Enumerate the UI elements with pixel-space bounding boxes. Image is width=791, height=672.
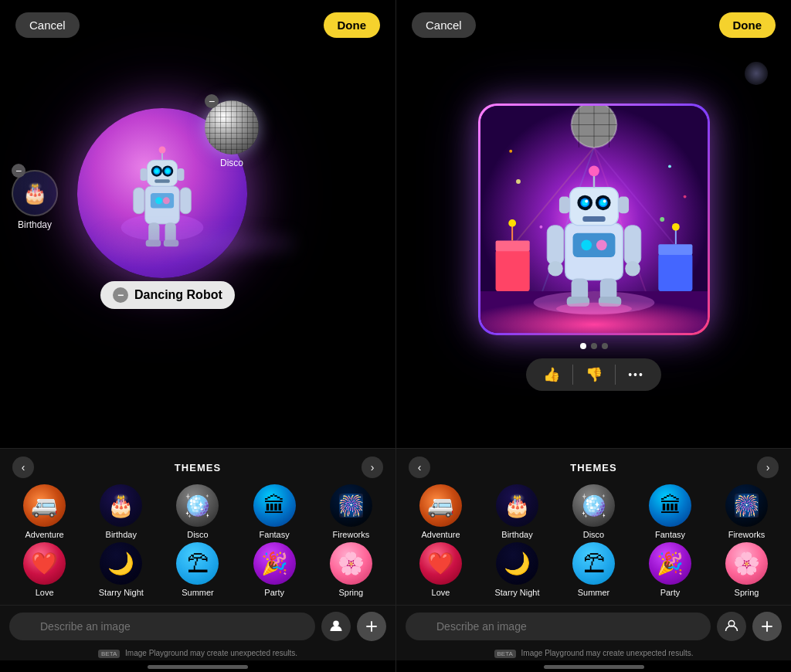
pagination-dots <box>580 343 608 349</box>
svg-point-81 <box>556 303 632 315</box>
theme-spring-right[interactable]: 🌸 Spring <box>716 542 778 597</box>
birthday-item[interactable]: 🎂 − Birthday <box>12 170 58 230</box>
theme-summer-label-left: Summer <box>182 588 214 597</box>
theme-starry-label-right: Starry Night <box>494 588 539 597</box>
svg-point-4 <box>163 197 170 204</box>
svg-point-52 <box>660 217 664 222</box>
right-bottom-bar: ✦ <box>396 605 791 647</box>
right-cancel-button[interactable]: Cancel <box>412 12 476 38</box>
svg-rect-18 <box>180 188 191 214</box>
pagination-dot-2 <box>591 343 597 349</box>
left-canvas-area: 🎂 − Birthday <box>0 0 396 448</box>
right-beta-badge: BETA <box>494 650 516 658</box>
theme-disco-left[interactable]: 🪩 Disco <box>167 484 229 539</box>
dislike-button[interactable]: 👎 <box>579 363 609 386</box>
right-image-area: 👍 👎 ••• <box>396 0 791 448</box>
left-bottom-bar: ✦ ✦ <box>0 605 396 647</box>
theme-fireworks-circle-left: 🎆 <box>330 484 372 527</box>
theme-summer-circle-left: ⛱ <box>176 542 219 585</box>
theme-starry-right[interactable]: 🌙 Starry Night <box>487 542 548 597</box>
right-beta-text: Image Playground may create unexpected r… <box>521 649 694 657</box>
feedback-divider-2 <box>615 365 616 385</box>
theme-fantasy-label-left: Fantasy <box>260 530 290 539</box>
bottom-glow-decoration <box>101 232 294 255</box>
left-person-btn[interactable] <box>321 612 351 641</box>
right-themes-section: ‹ THEMES › 🚐 Adventure 🎂 Birthday 🪩 Disc… <box>396 448 791 605</box>
svg-rect-73 <box>547 226 564 265</box>
right-add-btn[interactable] <box>752 612 782 641</box>
theme-fireworks-right[interactable]: 🎆 Fireworks <box>716 484 778 539</box>
theme-birthday-left[interactable]: 🎂 Birthday <box>90 484 152 539</box>
disco-minus-btn[interactable]: − <box>205 94 219 108</box>
theme-birthday-circle-left: 🎂 <box>100 484 142 527</box>
left-themes-grid: 🚐 Adventure 🎂 Birthday 🪩 Disco 🏛 Fantasy… <box>0 484 396 597</box>
theme-party-circle-right: 🎉 <box>649 542 691 585</box>
theme-adventure-label-right: Adventure <box>421 530 460 539</box>
theme-disco-circle-right: 🪩 <box>572 484 615 527</box>
main-image-inner <box>480 106 708 333</box>
theme-starry-left[interactable]: 🌙 Starry Night <box>90 542 152 597</box>
left-done-button[interactable]: Done <box>324 12 381 38</box>
theme-adventure-circle-left: 🚐 <box>23 484 66 527</box>
right-themes-prev-btn[interactable]: ‹ <box>409 456 430 478</box>
left-beta-bar: BETA Image Playground may create unexpec… <box>0 647 396 660</box>
disco-label: Disco <box>220 158 243 168</box>
theme-summer-right[interactable]: ⛱ Summer <box>563 542 625 597</box>
right-themes-next-btn[interactable]: › <box>757 456 779 478</box>
theme-birthday-label-right: Birthday <box>501 530 532 539</box>
pagination-dot-3 <box>602 343 608 349</box>
theme-adventure-label-left: Adventure <box>25 530 64 539</box>
theme-party-circle-left: 🎉 <box>253 542 296 585</box>
theme-party-right[interactable]: 🎉 Party <box>640 542 701 597</box>
svg-rect-44 <box>658 244 692 255</box>
theme-fantasy-circle-right: 🏛 <box>649 484 691 527</box>
right-person-btn[interactable] <box>717 612 746 641</box>
disco-item[interactable]: − Disco <box>205 100 259 168</box>
like-button[interactable]: 👍 <box>537 363 566 386</box>
left-describe-input[interactable] <box>9 613 315 640</box>
svg-rect-56 <box>572 233 615 257</box>
right-describe-input[interactable] <box>406 613 711 640</box>
theme-disco-right[interactable]: 🪩 Disco <box>563 484 625 539</box>
theme-love-left[interactable]: ❤️ Love <box>14 542 76 597</box>
svg-point-51 <box>539 226 542 229</box>
more-options-button[interactable]: ••• <box>622 363 650 386</box>
left-add-btn[interactable] <box>357 612 386 641</box>
left-themes-row-1: 🚐 Adventure 🎂 Birthday 🪩 Disco 🏛 Fantasy… <box>6 484 389 539</box>
svg-point-75 <box>548 261 563 277</box>
theme-summer-left[interactable]: ⛱ Summer <box>167 542 229 597</box>
theme-love-label-left: Love <box>36 588 54 597</box>
theme-love-circle-left: ❤️ <box>23 542 66 585</box>
main-image-container <box>478 104 710 335</box>
left-themes-row-2: ❤️ Love 🌙 Starry Night ⛱ Summer 🎉 Party … <box>6 542 389 597</box>
right-panel: Cancel Done <box>396 0 791 672</box>
left-themes-next-btn[interactable]: › <box>362 456 383 478</box>
theme-adventure-right[interactable]: 🚐 Adventure <box>410 484 472 539</box>
left-panel: Cancel Done 🎂 − Birthday <box>0 0 396 672</box>
theme-fireworks-label-left: Fireworks <box>333 530 370 539</box>
svg-point-49 <box>516 179 521 184</box>
theme-party-left[interactable]: 🎉 Party <box>243 542 305 597</box>
theme-fantasy-left[interactable]: 🏛 Fantasy <box>243 484 305 539</box>
right-themes-title: THEMES <box>430 462 757 473</box>
left-cancel-button[interactable]: Cancel <box>15 12 80 38</box>
theme-birthday-right[interactable]: 🎂 Birthday <box>487 484 548 539</box>
theme-love-right[interactable]: ❤️ Love <box>410 542 472 597</box>
theme-spring-left[interactable]: 🌸 Spring <box>320 542 382 597</box>
left-themes-prev-btn[interactable]: ‹ <box>12 456 34 478</box>
theme-fantasy-circle-left: 🏛 <box>253 484 296 527</box>
theme-fireworks-left[interactable]: 🎆 Fireworks <box>320 484 382 539</box>
left-beta-text: Image Playground may create unexpected r… <box>125 649 297 657</box>
right-home-indicator <box>544 665 644 669</box>
dancing-robot-label-container[interactable]: − Dancing Robot <box>100 281 235 309</box>
dancing-robot-minus-btn[interactable]: − <box>113 287 128 303</box>
theme-adventure-left[interactable]: 🚐 Adventure <box>14 484 76 539</box>
theme-disco-circle-left: 🪩 <box>176 484 219 527</box>
theme-fantasy-right[interactable]: 🏛 Fantasy <box>640 484 701 539</box>
pagination-dot-1 <box>580 343 586 349</box>
theme-adventure-circle-right: 🚐 <box>419 484 462 527</box>
theme-summer-circle-right: ⛱ <box>572 542 615 585</box>
right-done-button[interactable]: Done <box>719 12 776 38</box>
left-header: Cancel Done <box>0 0 396 50</box>
birthday-minus-btn[interactable]: − <box>12 164 25 178</box>
